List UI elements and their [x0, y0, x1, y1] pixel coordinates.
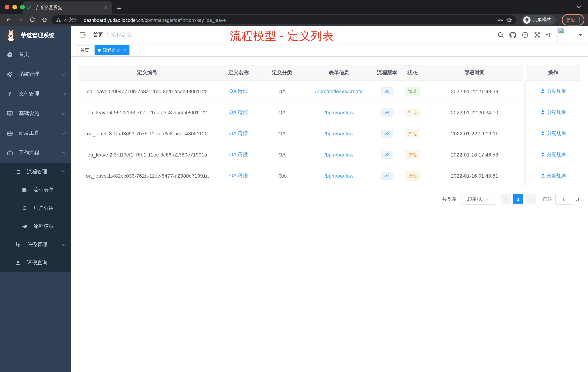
version-badge: v1 [381, 172, 393, 180]
window-maximize-button[interactable] [20, 5, 25, 10]
new-tab-button[interactable]: + [117, 5, 121, 12]
tag-home[interactable]: 首页 [77, 45, 92, 55]
form-link[interactable]: /bpm/oa/flow [325, 109, 353, 115]
table-row: oa_leave:2:3c1f0ef1-76b1-11ec-9c66-a2380… [79, 144, 580, 165]
chevron-down-icon [62, 131, 66, 135]
sidebar-item-label: 流程表单 [33, 187, 66, 193]
svg-text:?: ? [524, 33, 526, 37]
tab-search-chevron-icon[interactable] [576, 5, 581, 8]
version-badge: v3 [381, 129, 393, 137]
window-close-button[interactable] [5, 5, 10, 10]
sidebar-item-label: 流程模型 [33, 223, 66, 230]
prev-page-button[interactable]: ‹ [501, 194, 511, 204]
sidebar: 芋道管理系统 首页 系统管理 ¥ 支付管理 [0, 26, 71, 372]
form-link[interactable]: /bpm/oa/leave/create [315, 88, 363, 94]
window-minimize-button[interactable] [12, 5, 17, 10]
sidebar-item-user-group[interactable]: 用户分组 [0, 199, 71, 217]
person-icon [540, 152, 545, 157]
workflow-icon [7, 150, 13, 156]
page-number-1[interactable]: 1 [513, 194, 523, 204]
sidebar-item-process-model[interactable]: 流程模型 [0, 217, 71, 236]
avatar[interactable] [557, 27, 573, 43]
breadcrumb-home[interactable]: 首页 [93, 32, 103, 38]
table-row: oa_leave:4:991f2193-7b7f-11ec-a3c8-acde4… [79, 102, 580, 123]
url-bar[interactable]: 不安全 dashboard.yudao.iocoder.cn/bpm/manag… [52, 15, 516, 24]
next-page-button[interactable]: › [525, 194, 536, 204]
password-key-icon[interactable] [497, 17, 503, 23]
version-badge: v2 [381, 151, 393, 159]
definition-name-link[interactable]: OA 请假 [229, 109, 248, 116]
github-icon[interactable] [509, 32, 516, 38]
definition-name-link[interactable]: OA 请假 [229, 88, 248, 94]
sidebar-item-payment[interactable]: ¥ 支付管理 [0, 84, 71, 104]
sidebar-item-devtools[interactable]: 研发工具 [0, 123, 71, 143]
page-size-value: 10条/页 [467, 196, 483, 202]
assign-rule-link[interactable]: 分配规则 [540, 88, 566, 94]
url-divider [81, 17, 81, 22]
browser-menu-kebab-icon[interactable] [579, 17, 580, 22]
sidebar-logo[interactable]: 芋道管理系统 [0, 26, 71, 45]
assign-rule-link[interactable]: 分配规则 [540, 130, 566, 137]
forward-icon[interactable] [16, 15, 25, 25]
cell-category: OA [262, 144, 303, 165]
sidebar-item-label: 研发工具 [19, 130, 56, 136]
definition-name-link[interactable]: OA 请假 [229, 130, 248, 137]
definition-name-link[interactable]: OA 请假 [229, 172, 248, 179]
tag-process-definition[interactable]: 流程定义 ✕ [94, 45, 130, 55]
page-unit-label: 页 [575, 196, 580, 202]
definition-name-link[interactable]: OA 请假 [229, 151, 248, 158]
tag-close-icon[interactable]: ✕ [123, 48, 126, 52]
search-icon[interactable] [497, 32, 504, 38]
avatar-caret-icon[interactable] [578, 34, 582, 36]
sidebar-item-infrastructure[interactable]: 基础设施 [0, 104, 71, 123]
status-badge: 挂起 [405, 150, 420, 159]
sidebar-item-process-form[interactable]: 流程表单 [0, 181, 71, 199]
tags-view: 首页 流程定义 ✕ [71, 44, 588, 57]
font-size-icon[interactable]: TT [546, 32, 552, 38]
assign-rule-link[interactable]: 分配规则 [540, 172, 566, 179]
sidebar-item-task-management[interactable]: 任务管理 [0, 236, 71, 254]
page-root: 芋道管理系统 ✕ + 不安全 dashboard.yudao.iocode [0, 0, 588, 372]
help-icon[interactable]: ? [522, 32, 528, 38]
security-label[interactable]: 不安全 [64, 17, 78, 23]
app-title: 芋道管理系统 [21, 32, 54, 39]
form-link[interactable]: /bpm/oa/flow [325, 152, 353, 157]
toolbox-icon [7, 130, 13, 136]
refresh-icon[interactable] [28, 15, 37, 25]
tag-label: 流程定义 [103, 47, 120, 53]
sidebar-item-home[interactable]: 首页 [0, 45, 71, 65]
table-row: oa_leave:3:1fad3d93-7b75-11ec-a3c8-acde4… [79, 123, 580, 144]
column-header-id: 定义编号 [79, 65, 216, 81]
update-button[interactable]: 更新 [562, 14, 584, 25]
sidebar-fold-icon[interactable] [77, 32, 88, 38]
browser-tab[interactable]: 芋道管理系统 ✕ [22, 1, 112, 14]
user-group-icon [21, 205, 28, 211]
sidebar-item-label: 支付管理 [19, 91, 56, 97]
form-link[interactable]: /bpm/oa/flow [325, 131, 353, 136]
sidebar-item-workflow[interactable]: 工作流程 [0, 143, 71, 163]
person-icon [540, 131, 545, 136]
form-link[interactable]: /bpm/oa/flow [325, 173, 353, 178]
column-header-name: 定义名称 [216, 65, 262, 81]
cell-definition-id: oa_leave:3:1fad3d93-7b75-11ec-a3c8-acde4… [79, 123, 216, 144]
yen-icon: ¥ [7, 91, 13, 97]
home-icon[interactable] [40, 15, 49, 25]
cell-deploy-time: 2022-01-16 17:46:53 [426, 144, 523, 165]
back-icon[interactable] [4, 15, 13, 25]
assign-rule-link[interactable]: 分配规则 [540, 109, 566, 116]
goto-label: 前往 [543, 196, 552, 202]
sidebar-item-system[interactable]: 系统管理 [0, 65, 71, 84]
version-badge: v5 [381, 87, 393, 95]
fullscreen-icon[interactable] [534, 32, 540, 38]
tab-close-icon[interactable]: ✕ [103, 5, 108, 10]
assign-rule-link[interactable]: 分配规则 [540, 151, 566, 158]
goto-page-input[interactable]: 1 [555, 194, 572, 205]
browser-toolbar: 不安全 dashboard.yudao.iocoder.cn/bpm/manag… [0, 14, 588, 26]
bookmark-star-icon[interactable] [506, 17, 512, 23]
update-label: 更新 [566, 17, 576, 23]
dashboard-icon [7, 51, 13, 58]
sidebar-item-leave-query[interactable]: 请假查询 [0, 254, 71, 272]
page-size-select[interactable]: 10条/页 [461, 194, 496, 205]
sidebar-item-process-management[interactable]: 流程管理 [0, 163, 71, 181]
form-icon [21, 187, 28, 193]
